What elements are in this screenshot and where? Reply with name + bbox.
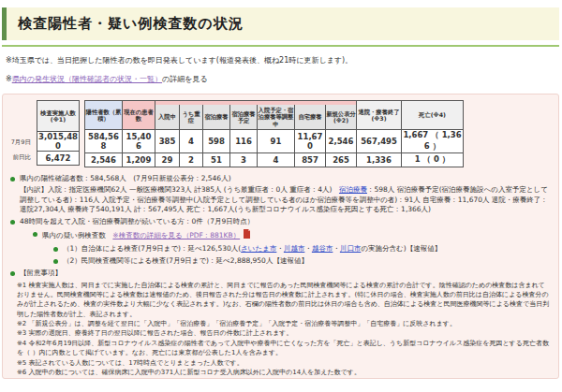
page-title-bar: 検査陽性者・疑い例検査数の状況 [2,7,559,40]
cell-severe-diff: 2 [180,152,203,167]
intro-note-1: ※埼玉県では、当日把握した陽性者の数を即日発表しています(報道発表後、概ね21時… [6,56,556,65]
row-labels: 7月9日 前日比 [8,100,33,165]
breakdown-line: 【内訳】入院：指定医療機関62人 一般医療機関323人 計385人 (うち最重症… [20,185,553,216]
col-header-tested: 検査実施人数(※1) [37,100,80,131]
municipal-tests-post: の実施分含む)【速報値】 [361,244,441,253]
breakdown-pre: 【内訳】入院：指定医療機関62人 一般医療機関323人 計385人 (うち最重症… [20,185,339,194]
bullet-icon [53,259,58,264]
col-header-severe: うち重症 [180,105,203,129]
note-3: ※3 実際の退院日、療養終了日の翌日以降に報告された場合、報告日の件数に計上され… [17,328,551,338]
cell-hospitalized-diff: 29 [155,152,180,167]
col-header-positive: 陽性者数（累積） [85,100,123,129]
bullet-icon [10,177,15,181]
page-title: 検査陽性者・疑い例検査数の状況 [18,15,554,33]
col-header-hotel-planned: 宿泊療養予定 [230,105,258,129]
bullet-suspected-tests: 県内の疑い例検査数 ※検査数の詳細を見る（PDF：881KB） [31,229,553,242]
table-row-today: 584,568 15,406 385 4 598 116 91 11,670 2… [85,129,464,152]
cell-new-published-today: 2,546 [326,129,357,152]
bullet-icon [10,271,15,276]
note-4: ※4 令和2年6月19日以降、新型コロナウイルス感染症の陽性者であって入院中や療… [17,339,551,358]
private-tests-line: （2）民間検査機関等による検査(7月9日まで)：延べ2,888,950人【速報値… [63,256,553,267]
city-separator: ・ [276,244,284,253]
bullet-municipal-tests: （1）自治体による検査(7月9日まで)：延べ126,530人(さいたま市・川越市… [52,244,553,254]
cell-home-diff: 857 [295,152,326,167]
cell-hotel-planned-today: 116 [230,129,258,152]
notes-title: 【留意事項】 [20,269,553,279]
bullet-waiting48h: 48時間を超えて入院・宿泊療養調整が続いている方：0件（7月9日時点） [8,217,553,227]
tested-count-table: 検査実施人数(※1) 3,015,480 6,472 [37,100,80,166]
waiting48h-line: 48時間を超えて入院・宿泊療養調整が続いている方：0件（7月9日時点） [20,217,553,227]
cell-adjusting-today: 91 [258,129,295,152]
cell-positive-diff: 2,546 [85,152,123,167]
summary-bullets: 県内の陽性確認者数：584,568人 (7月9日新規公表分：2,546人) 【内… [8,174,553,377]
row-label-spacer [8,100,33,135]
kawagoe-city-link[interactable]: 川越市 [284,244,305,253]
cell-home-today: 11,670 [295,129,326,152]
col-header-hospitalized: 入院中 [155,105,180,129]
suspected-tests-label: 県内の疑い例検査数 [42,231,112,240]
municipal-tests-pre: （1）自治体による検査(7月9日まで)：延べ126,530人( [63,244,241,253]
cell-adjusting-diff: 4 [258,152,295,167]
col-header-current: 現在の患者数 [123,100,155,129]
cell-positive-today: 584,568 [85,129,123,152]
cell-current-today: 15,406 [123,129,155,152]
intro-note-2-suffix: の詳細を見る [162,75,208,83]
municipal-tests-line: （1）自治体による検査(7月9日まで)：延べ126,530人(さいたま市・川越市… [63,244,553,254]
positive-status-table: 陽性者数（累積） 現在の患者数 退院・療養終了(※3) 死亡(※4) 入院中 う… [84,100,464,167]
cell-new-published-diff: 265 [326,152,357,167]
cell-severe-today: 4 [180,129,203,152]
table-row-diff: 2,546 1,209 29 2 51 3 4 857 265 1,336 1 … [85,152,464,167]
notes-list: ※1 検査実施人数は、同日までに実施した自治体による検査の累計と、同日までに報告… [17,281,551,378]
note-2: ※2 「新規公表分」は、調整を経て翌日に「入院中」「宿泊療養」「宿泊療養予定」「… [17,319,551,328]
positive-total-line: 県内の陽性確認者数：584,568人 (7月9日新規公表分：2,546人) [20,174,553,184]
cell-deaths-today: 1,667 （ 1,366 ） [402,129,464,152]
bullet-icon [53,247,58,252]
note-5: ※5 表記されている人数については、17時時点でとりまとまった人数です。 [17,358,551,368]
row-label-diff: 前日比 [8,150,33,165]
col-header-deaths: 死亡(※4) [402,100,464,129]
col-header-hotel: 宿泊療養 [203,105,230,129]
cell-deaths-diff: 1 （ 0 ） [402,152,464,167]
cell-hotel-planned-diff: 3 [230,152,258,167]
cell-tested-diff: 6,472 [37,151,80,165]
kawaguchi-city-link[interactable]: 川口市 [340,244,362,253]
bullet-icon [10,220,15,225]
prefecture-status-link[interactable]: 県内の発生状況（陽性確認者の状況・一覧） [12,75,162,83]
note-6: ※6 入院中の数については、確保病床に入院中の371人に新型コロナ受入病床以外に… [17,368,551,377]
bullet-positive-total: 県内の陽性確認者数：584,568人 (7月9日新規公表分：2,546人) 【内… [8,174,553,216]
status-panel: 7月9日 前日比 検査実施人数(※1) 3,015,480 6,472 陽性者数… [2,94,559,379]
title-divider [2,45,559,47]
city-separator: ・ [304,244,312,253]
col-header-recovered: 退院・療養終了(※3) [357,100,402,129]
note-1: ※1 検査実施人数は、同日までに実施した自治体による検査の累計と、同日までに報告… [17,281,551,319]
cell-tested-today: 3,015,480 [37,131,80,151]
cell-recovered-diff: 1,336 [357,152,402,167]
test-count-pdf-link[interactable]: ※検査数の詳細を見る（PDF：881KB） [112,231,240,240]
city-separator: ・ [333,244,340,253]
bullet-icon [33,232,37,237]
bullet-private-tests: （2）民間検査機関等による検査(7月9日まで)：延べ2,888,950人【速報値… [52,256,553,267]
cell-hotel-today: 598 [203,129,230,152]
hotel-care-link[interactable]: 宿泊療養 [339,185,367,194]
saitama-city-link[interactable]: さいたま市 [241,244,276,253]
cell-current-diff: 1,209 [123,152,155,167]
cell-hotel-diff: 51 [203,152,230,167]
bullet-notes-title: 【留意事項】 [8,269,553,279]
cell-hospitalized-today: 385 [155,129,180,152]
koshigaya-city-link[interactable]: 越谷市 [312,244,333,253]
intro-note-2: ※県内の発生状況（陽性確認者の状況・一覧）の詳細を見る [6,75,556,84]
col-header-new-published: 新規公表分(※2) [326,105,357,129]
status-table-area: 7月9日 前日比 検査実施人数(※1) 3,015,480 6,472 陽性者数… [8,100,553,167]
pdf-icon[interactable] [243,229,251,242]
row-label-date: 7月9日 [8,135,33,150]
intro-note-2-prefix: ※ [6,75,12,83]
col-header-adjusting: 入院予定・宿泊療養等調整中 [258,105,295,129]
cell-recovered-today: 567,495 [357,129,402,152]
col-header-home: 自宅療養 [295,105,326,129]
